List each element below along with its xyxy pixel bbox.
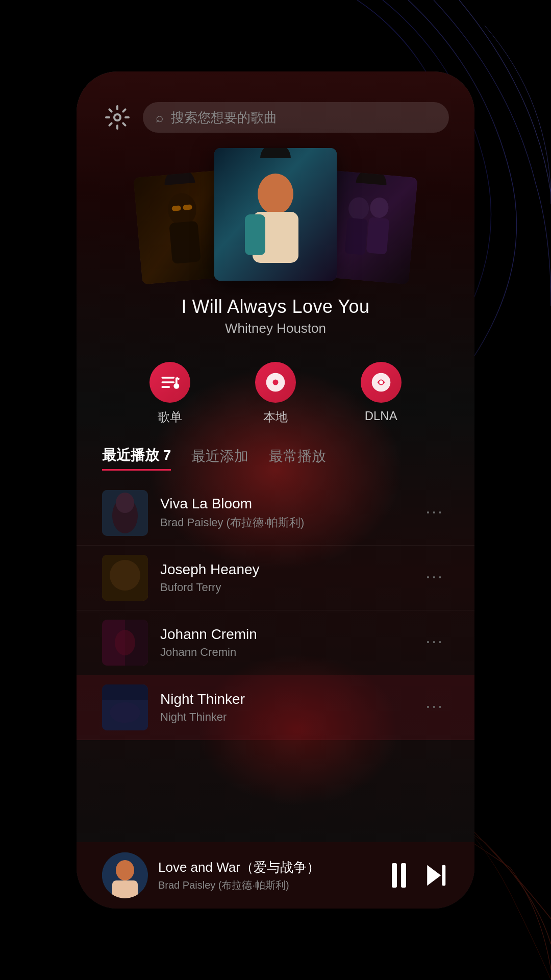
song-thumb-1: [102, 490, 148, 536]
pause-button[interactable]: [392, 863, 406, 888]
more-btn-2[interactable]: ⋮: [419, 564, 450, 592]
search-placeholder: 搜索您想要的歌曲: [171, 109, 277, 127]
dlna-label: DLNA: [365, 409, 397, 423]
player-bar: Love and War（爱与战争） Brad Paisley (布拉德·帕斯利…: [77, 842, 474, 909]
song-item-1[interactable]: Viva La Bloom Brad Paisley (布拉德·帕斯利) ⋮: [77, 481, 474, 546]
svg-point-32: [115, 630, 135, 655]
nav-playlist[interactable]: 歌单: [149, 362, 190, 425]
song-item-2[interactable]: Joseph Heaney Buford Terry ⋮: [77, 546, 474, 610]
skip-button[interactable]: [421, 862, 449, 889]
song-title: I Will Always Love You: [77, 296, 474, 317]
app-content: ⌕ 搜索您想要的歌曲: [77, 71, 474, 909]
vinyl-stub-right: [356, 170, 388, 185]
pause-bar-right: [401, 863, 406, 888]
svg-rect-14: [366, 217, 390, 254]
more-btn-4[interactable]: ⋮: [419, 693, 450, 722]
svg-rect-15: [162, 377, 175, 379]
dlna-icon-bg: [361, 362, 402, 403]
search-bar[interactable]: ⌕ 搜索您想要的歌曲: [143, 102, 449, 133]
settings-button[interactable]: [102, 102, 133, 133]
svg-rect-17: [162, 386, 170, 388]
song-name-4: Night Thinker: [160, 691, 408, 707]
svg-point-29: [110, 560, 140, 591]
tab-most-played[interactable]: 最常播放: [269, 447, 326, 470]
search-icon: ⌕: [156, 110, 164, 126]
song-thumb-2: [102, 555, 148, 601]
song-details-4: Night Thinker Night Thinker: [160, 691, 408, 724]
svg-rect-9: [245, 214, 265, 255]
player-controls: [392, 862, 449, 889]
player-thumb: [102, 852, 148, 898]
svg-point-22: [272, 380, 278, 385]
header: ⌕ 搜索您想要的歌曲: [77, 71, 474, 143]
skip-icon: [421, 862, 449, 889]
song-item-4[interactable]: Night Thinker Night Thinker ⋮: [77, 675, 474, 740]
svg-point-27: [116, 493, 134, 513]
tabs: 最近播放 7 最近添加 最常播放: [77, 440, 474, 476]
local-label: 本地: [263, 409, 288, 425]
pause-icon: [392, 863, 406, 888]
vinyl-stub-left: [163, 170, 195, 185]
playlist-icon-bg: [149, 362, 190, 403]
player-info: Love and War（爱与战争） Brad Paisley (布拉德·帕斯利…: [158, 859, 382, 892]
svg-rect-13: [344, 218, 368, 255]
song-list: Viva La Bloom Brad Paisley (布拉德·帕斯利) ⋮ J…: [77, 476, 474, 745]
song-sub-3: Johann Cremin: [160, 646, 408, 659]
song-artist: Whitney Houston: [77, 321, 474, 336]
svg-rect-40: [442, 865, 446, 886]
song-name-2: Joseph Heaney: [160, 561, 408, 578]
player-artist: Brad Paisley (布拉德·帕斯利): [158, 878, 382, 892]
nav-icons: 歌单 本地: [77, 347, 474, 440]
svg-rect-38: [112, 880, 138, 898]
song-name-1: Viva La Bloom: [160, 496, 408, 512]
song-details-1: Viva La Bloom Brad Paisley (布拉德·帕斯利): [160, 496, 408, 530]
player-title: Love and War（爱与战争）: [158, 859, 382, 876]
album-card-center[interactable]: [214, 148, 337, 281]
svg-rect-16: [162, 381, 175, 383]
svg-point-24: [379, 380, 383, 384]
svg-point-35: [110, 702, 140, 723]
song-thumb-4: [102, 684, 148, 730]
playlist-label: 歌单: [158, 409, 182, 425]
nav-local[interactable]: 本地: [255, 362, 296, 425]
song-thumb-3: [102, 620, 148, 666]
tab-recent-add[interactable]: 最近添加: [191, 447, 248, 470]
more-btn-3[interactable]: ⋮: [419, 628, 450, 657]
tab-recent[interactable]: 最近播放 7: [102, 446, 171, 471]
phone-shell: ⌕ 搜索您想要的歌曲: [77, 71, 474, 909]
song-details-2: Joseph Heaney Buford Terry: [160, 561, 408, 594]
song-sub-2: Buford Terry: [160, 581, 408, 594]
svg-point-37: [116, 860, 134, 880]
svg-rect-3: [169, 221, 201, 264]
svg-point-18: [174, 383, 180, 389]
song-info: I Will Always Love You Whitney Houston: [77, 286, 474, 341]
svg-point-0: [114, 114, 120, 120]
vinyl-stub-center: [260, 148, 291, 158]
more-btn-1[interactable]: ⋮: [419, 499, 450, 527]
song-sub-4: Night Thinker: [160, 710, 408, 724]
nav-dlna[interactable]: DLNA: [361, 362, 402, 425]
song-item-3[interactable]: Johann Cremin Johann Cremin ⋮: [77, 610, 474, 675]
album-carousel: [77, 143, 474, 286]
pause-bar-left: [392, 863, 397, 888]
song-name-3: Johann Cremin: [160, 626, 408, 643]
album-art-center: [214, 148, 337, 281]
song-details-3: Johann Cremin Johann Cremin: [160, 626, 408, 659]
svg-point-7: [258, 174, 293, 214]
song-sub-1: Brad Paisley (布拉德·帕斯利): [160, 515, 408, 530]
svg-marker-39: [427, 865, 441, 886]
local-icon-bg: [255, 362, 296, 403]
